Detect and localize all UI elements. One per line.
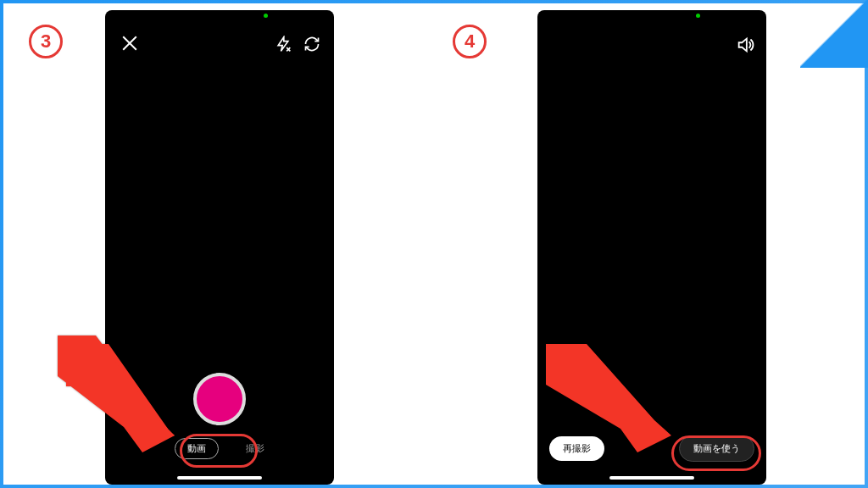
- mode-video-pill[interactable]: 動画: [175, 438, 219, 459]
- svg-marker-4: [58, 336, 175, 452]
- flash-off-icon[interactable]: [275, 36, 292, 56]
- switch-camera-icon[interactable]: [303, 36, 320, 56]
- step-number-4: 4: [453, 25, 487, 58]
- mode-capture-label[interactable]: 撮影: [246, 442, 264, 455]
- speaker-icon[interactable]: [736, 36, 754, 58]
- status-indicator-icon: [696, 14, 700, 18]
- corner-cut: [800, 0, 868, 68]
- home-indicator: [177, 476, 262, 480]
- callout-arrow-step3: [58, 336, 176, 454]
- callout-arrow-step4: [546, 344, 673, 454]
- record-button[interactable]: [193, 373, 246, 425]
- home-indicator: [609, 476, 694, 480]
- camera-top-bar: [105, 34, 334, 59]
- tutorial-slide: 3 4 動画: [3, 3, 865, 485]
- status-indicator-icon: [264, 14, 268, 18]
- close-icon[interactable]: [120, 34, 139, 53]
- svg-marker-5: [546, 344, 671, 452]
- use-video-button[interactable]: 動画を使う: [679, 435, 754, 462]
- step-number-3: 3: [29, 25, 63, 58]
